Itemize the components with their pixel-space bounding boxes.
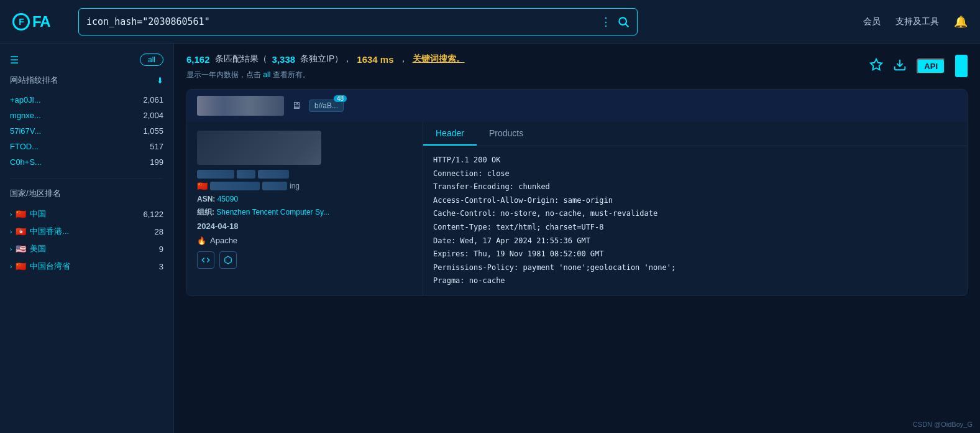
search-button[interactable] [617, 16, 630, 28]
card-action-icons [197, 251, 413, 269]
header-line: Pragma: no-cache [433, 274, 957, 288]
asn-row: ASN: 45090 [197, 195, 413, 203]
tab-products[interactable]: Products [477, 122, 536, 146]
blur-url-1 [197, 170, 234, 179]
card-url-blur [197, 170, 413, 179]
country-flag: 🇨🇳 [197, 181, 208, 191]
result-card: 🖥 b//aB... 48 🇨🇳 [186, 89, 968, 296]
tag-badge: 48 [334, 95, 347, 102]
sidebar-fingerprint-item[interactable]: +ap0Jl...2,061 [10, 92, 163, 108]
card-body: 🇨🇳 ing ASN: 45090 组织: Shenzhen Tencent C [187, 122, 967, 296]
card-preview-image [197, 131, 321, 165]
screenshot-preview [197, 96, 284, 116]
blur-url-2 [237, 170, 255, 179]
results-top-actions: API [869, 54, 968, 77]
toggle-button[interactable] [955, 55, 968, 77]
monitor-icon: 🖥 [291, 100, 301, 111]
card-tech-row: 🔥 Apache [197, 236, 413, 245]
sidebar-fingerprint-item[interactable]: FTOD...517 [10, 139, 163, 154]
header: F FA ⋮ 会员 支持及工具 🔔 [0, 0, 980, 44]
all-data-link[interactable]: all [263, 70, 270, 79]
sidebar-country-item[interactable]: ›🇨🇳中国6,122 [10, 205, 163, 223]
section-divider [10, 179, 163, 179]
cube-icon-btn[interactable] [219, 251, 237, 269]
header-content: HTTP/1.1 200 OKConnection: closeTransfer… [423, 146, 967, 296]
card-date: 2024-04-18 [197, 221, 413, 231]
logo-circle: F [12, 13, 30, 30]
card-right: Header Products HTTP/1.1 200 OKConnectio… [423, 122, 967, 296]
fingerprint-section-title: 网站指纹排名 ⬇ [10, 75, 163, 86]
svg-line-1 [626, 24, 629, 27]
svg-marker-2 [871, 58, 882, 69]
header-right: 会员 支持及工具 🔔 [863, 15, 968, 29]
org-value[interactable]: Shenzhen Tencent Computer Sy... [216, 208, 329, 216]
blur-url-3 [258, 170, 289, 179]
card-url-row2: 🇨🇳 ing [197, 181, 413, 191]
all-badge[interactable]: all [140, 54, 163, 66]
url-suffix: ing [290, 182, 300, 190]
results-ip-label: 条独立IP）， [300, 54, 352, 65]
header-line: Permissions-Policy: payment 'none';geolo… [433, 261, 957, 275]
svg-point-0 [619, 17, 626, 25]
results-ms-label: ， [399, 54, 408, 65]
notification-bell-icon[interactable]: 🔔 [954, 15, 968, 29]
card-top-bar: 🖥 b//aB... 48 [187, 90, 967, 122]
header-line: Expires: Thu, 19 Nov 1981 08:52:00 GMT [433, 248, 957, 261]
star-button[interactable] [869, 58, 883, 75]
sidebar-country-item[interactable]: ›🇺🇸美国9 [10, 240, 163, 258]
results-top-row: 6,162 条匹配结果（ 3,338 条独立IP）， 1634 ms ， 关键词… [186, 54, 968, 89]
asn-value[interactable]: 45090 [218, 195, 238, 203]
sidebar-country-item[interactable]: ›🇭🇰中国香港...28 [10, 223, 163, 240]
card-tag[interactable]: b//aB... 48 [309, 100, 344, 112]
member-link[interactable]: 会员 [863, 16, 881, 27]
header-line: Access-Control-Allow-Origin: same-origin [433, 194, 957, 208]
results-area: 6,162 条匹配结果（ 3,338 条独立IP）， 1634 ms ， 关键词… [174, 44, 980, 433]
blur-text-1 [210, 182, 260, 190]
header-line: Content-Type: text/html; charset=UTF-8 [433, 221, 957, 235]
search-bar: ⋮ [78, 8, 638, 35]
card-left: 🇨🇳 ing ASN: 45090 组织: Shenzhen Tencent C [187, 122, 423, 296]
tech-label[interactable]: Apache [210, 236, 237, 245]
country-section-title: 国家/地区排名 [10, 188, 163, 199]
card-tabs: Header Products [423, 122, 967, 146]
search-input[interactable] [86, 16, 595, 27]
results-count: 6,162 [186, 54, 210, 65]
funnel-icon[interactable]: ⬇ [157, 76, 163, 85]
logo-text: FA [32, 13, 50, 30]
country-list: ›🇨🇳中国6,122›🇭🇰中国香港...28›🇺🇸美国9›🇨🇳中国台湾省3 [10, 205, 163, 275]
results-ms: 1634 ms [357, 54, 393, 65]
sidebar-fingerprint-item[interactable]: C0h+S...199 [10, 154, 163, 170]
header-line: Cache-Control: no-store, no-cache, must-… [433, 207, 957, 221]
header-line: Connection: close [433, 167, 957, 181]
fingerprint-list: +ap0Jl...2,061mgnxe...2,00457i67V...1,05… [10, 92, 163, 170]
apache-icon: 🔥 [197, 236, 206, 245]
api-button[interactable]: API [917, 58, 945, 74]
tab-header[interactable]: Header [423, 122, 477, 146]
watermark: CSDN @OidBoy_G [913, 421, 973, 428]
results-count-label: 条匹配结果（ [215, 54, 267, 65]
results-subtext: 显示一年内数据，点击 all 查看所有。 [186, 70, 465, 80]
results-summary: 6,162 条匹配结果（ 3,338 条独立IP）， 1634 ms ， 关键词… [186, 54, 465, 89]
sidebar-fingerprint-item[interactable]: 57i67V...1,055 [10, 123, 163, 139]
header-line: Date: Wed, 17 Apr 2024 21:55:36 GMT [433, 235, 957, 248]
blur-text-2 [262, 182, 287, 190]
org-row: 组织: Shenzhen Tencent Computer Sy... [197, 207, 413, 218]
sidebar-fingerprint-item[interactable]: mgnxe...2,004 [10, 108, 163, 123]
logo: F FA [12, 13, 68, 30]
search-options-icon[interactable]: ⋮ [600, 15, 612, 29]
main-layout: ☰ all 网站指纹排名 ⬇ +ap0Jl...2,061mgnxe...2,0… [0, 44, 980, 433]
keyword-search-link[interactable]: 关键词搜索。 [413, 54, 465, 65]
results-header: 6,162 条匹配结果（ 3,338 条独立IP）， 1634 ms ， 关键词… [186, 54, 465, 65]
header-line: Transfer-Encoding: chunked [433, 180, 957, 194]
download-button[interactable] [893, 58, 907, 75]
sidebar: ☰ all 网站指纹排名 ⬇ +ap0Jl...2,061mgnxe...2,0… [0, 44, 174, 433]
header-line: HTTP/1.1 200 OK [433, 154, 957, 167]
sidebar-filter-header: ☰ all [10, 54, 163, 66]
filter-icon[interactable]: ☰ [10, 54, 19, 66]
code-icon-btn[interactable] [197, 251, 214, 269]
sidebar-country-item[interactable]: ›🇨🇳中国台湾省3 [10, 258, 163, 275]
results-ip-count: 3,338 [272, 54, 296, 65]
support-tools-link[interactable]: 支持及工具 [895, 16, 939, 27]
